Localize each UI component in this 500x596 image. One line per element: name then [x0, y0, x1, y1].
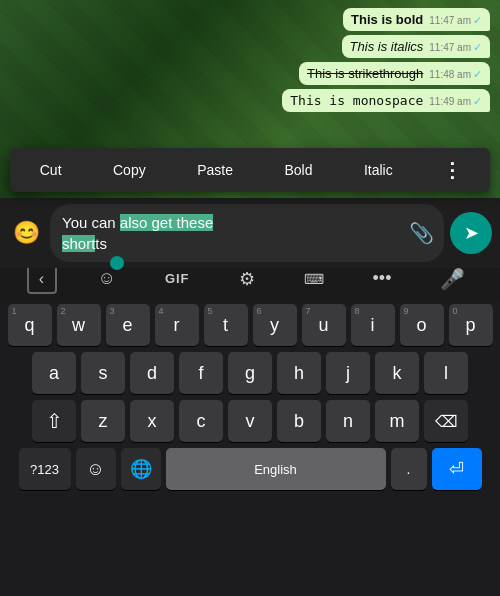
- text-after: ts: [95, 235, 107, 252]
- send-icon: ➤: [464, 222, 479, 244]
- mic-icon: 🎤: [440, 267, 465, 291]
- message-time-4: 11:49 am ✓: [429, 95, 482, 108]
- back-button[interactable]: ‹: [27, 264, 57, 294]
- keyboard: 1q 2w 3e 4r 5t 6y 7u 8i 9o 0p a s d f g …: [0, 300, 500, 596]
- key-k[interactable]: k: [375, 352, 419, 394]
- attach-button[interactable]: 📎: [409, 221, 434, 245]
- message-bubble-2: This is italics 11:47 am ✓: [342, 35, 490, 58]
- message-time-3: 11:48 am ✓: [429, 68, 482, 81]
- message-bubble-3: This is strikethrough 11:48 am ✓: [299, 62, 490, 85]
- italic-button[interactable]: Italic: [354, 154, 403, 186]
- sticker-icon: ☺: [98, 268, 116, 289]
- gif-label: GIF: [165, 271, 190, 286]
- key-u[interactable]: 7u: [302, 304, 346, 346]
- period-key[interactable]: .: [391, 448, 427, 490]
- bold-button[interactable]: Bold: [274, 154, 322, 186]
- globe-key[interactable]: 🌐: [121, 448, 161, 490]
- more-icon: •••: [373, 268, 392, 289]
- key-s[interactable]: s: [81, 352, 125, 394]
- more-options-button[interactable]: ⋮: [434, 154, 470, 186]
- key-r[interactable]: 4r: [155, 304, 199, 346]
- context-menu: Cut Copy Paste Bold Italic ⋮: [10, 148, 490, 192]
- key-e[interactable]: 3e: [106, 304, 150, 346]
- text-cursor: [110, 256, 124, 270]
- message-text-1: This is bold: [351, 12, 423, 27]
- paste-button[interactable]: Paste: [187, 154, 243, 186]
- transliterate-icon: ⌨: [304, 271, 324, 287]
- key-x[interactable]: x: [130, 400, 174, 442]
- emoji-icon: 😊: [13, 220, 40, 246]
- settings-icon: ⚙: [239, 268, 255, 290]
- tick-icon-2: ✓: [473, 41, 482, 54]
- text-before: You can: [62, 214, 120, 231]
- key-g[interactable]: g: [228, 352, 272, 394]
- key-v[interactable]: v: [228, 400, 272, 442]
- keyboard-row-1: 1q 2w 3e 4r 5t 6y 7u 8i 9o 0p: [2, 304, 498, 346]
- shift-key[interactable]: ⇧: [32, 400, 76, 442]
- key-w[interactable]: 2w: [57, 304, 101, 346]
- input-text: You can also get these shortts: [62, 212, 432, 254]
- enter-icon: ⏎: [449, 458, 464, 480]
- text-selected-line2: short: [62, 235, 95, 252]
- tick-icon-3: ✓: [473, 68, 482, 81]
- tick-icon-1: ✓: [473, 14, 482, 27]
- key-y[interactable]: 6y: [253, 304, 297, 346]
- cut-button[interactable]: Cut: [30, 154, 72, 186]
- messages-area: This is bold 11:47 am ✓ This is italics …: [0, 0, 500, 124]
- transliterate-button[interactable]: ⌨: [296, 265, 332, 293]
- key-h[interactable]: h: [277, 352, 321, 394]
- keyboard-row-3: ⇧ z x c v b n m ⌫: [2, 400, 498, 442]
- message-bubble-4: This is monospace 11:49 am ✓: [282, 89, 490, 112]
- send-button[interactable]: ➤: [450, 212, 492, 254]
- enter-key[interactable]: ⏎: [432, 448, 482, 490]
- tick-icon-4: ✓: [473, 95, 482, 108]
- key-a[interactable]: a: [32, 352, 76, 394]
- key-p[interactable]: 0p: [449, 304, 493, 346]
- keyboard-row-2: a s d f g h j k l: [2, 352, 498, 394]
- input-area: 😊 You can also get these shortts 📎 ➤: [0, 198, 500, 268]
- message-text-3: This is strikethrough: [307, 66, 423, 81]
- backspace-key[interactable]: ⌫: [424, 400, 468, 442]
- key-z[interactable]: z: [81, 400, 125, 442]
- keyboard-bottom-row: ?123 ☺ 🌐 English . ⏎: [2, 448, 498, 490]
- key-c[interactable]: c: [179, 400, 223, 442]
- message-time-1: 11:47 am ✓: [429, 14, 482, 27]
- key-f[interactable]: f: [179, 352, 223, 394]
- message-input[interactable]: You can also get these shortts 📎: [50, 204, 444, 262]
- space-key[interactable]: English: [166, 448, 386, 490]
- numbers-key[interactable]: ?123: [19, 448, 71, 490]
- key-n[interactable]: n: [326, 400, 370, 442]
- key-b[interactable]: b: [277, 400, 321, 442]
- message-bubble-1: This is bold 11:47 am ✓: [343, 8, 490, 31]
- keyboard-emoji-key[interactable]: ☺: [76, 448, 116, 490]
- emoji-button[interactable]: 😊: [8, 215, 44, 251]
- key-o[interactable]: 9o: [400, 304, 444, 346]
- message-text-4: This is monospace: [290, 93, 423, 108]
- copy-button[interactable]: Copy: [103, 154, 156, 186]
- key-q[interactable]: 1q: [8, 304, 52, 346]
- keyboard-emoji-icon: ☺: [86, 459, 104, 480]
- back-arrow-icon: ‹: [39, 270, 44, 288]
- key-j[interactable]: j: [326, 352, 370, 394]
- message-text-2: This is italics: [350, 39, 424, 54]
- globe-icon: 🌐: [130, 458, 152, 480]
- key-m[interactable]: m: [375, 400, 419, 442]
- key-i[interactable]: 8i: [351, 304, 395, 346]
- gif-button[interactable]: GIF: [157, 265, 198, 292]
- key-l[interactable]: l: [424, 352, 468, 394]
- message-time-2: 11:47 am ✓: [429, 41, 482, 54]
- text-selected: also get these: [120, 214, 213, 231]
- key-t[interactable]: 5t: [204, 304, 248, 346]
- key-d[interactable]: d: [130, 352, 174, 394]
